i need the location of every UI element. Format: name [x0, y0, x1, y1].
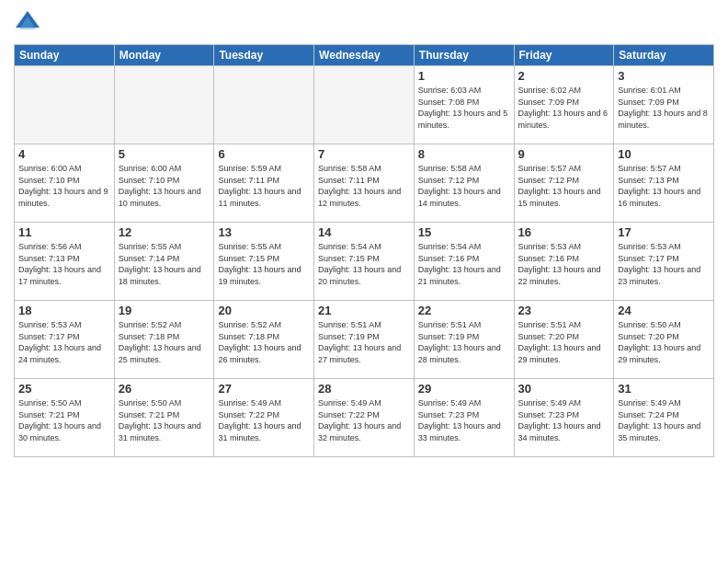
calendar-week-row: 11Sunrise: 5:56 AM Sunset: 7:13 PM Dayli… [15, 223, 714, 301]
day-info: Sunrise: 5:57 AM Sunset: 7:13 PM Dayligh… [618, 163, 710, 209]
calendar-table: SundayMondayTuesdayWednesdayThursdayFrid… [14, 44, 714, 457]
weekday-header: Saturday [614, 45, 714, 66]
calendar-cell: 9Sunrise: 5:57 AM Sunset: 7:12 PM Daylig… [514, 144, 614, 223]
calendar-cell [214, 66, 314, 144]
day-info: Sunrise: 5:55 AM Sunset: 7:15 PM Dayligh… [218, 241, 310, 287]
day-info: Sunrise: 5:54 AM Sunset: 7:15 PM Dayligh… [318, 241, 410, 287]
day-number: 31 [618, 382, 710, 396]
day-number: 9 [518, 147, 610, 161]
day-info: Sunrise: 5:49 AM Sunset: 7:23 PM Dayligh… [418, 397, 510, 443]
day-number: 14 [318, 225, 410, 239]
calendar-cell: 17Sunrise: 5:53 AM Sunset: 7:17 PM Dayli… [614, 223, 714, 301]
day-number: 20 [218, 304, 310, 317]
calendar-cell: 29Sunrise: 5:49 AM Sunset: 7:23 PM Dayli… [414, 379, 514, 457]
weekday-header: Sunday [15, 45, 115, 66]
logo [14, 9, 45, 37]
day-info: Sunrise: 5:57 AM Sunset: 7:12 PM Dayligh… [518, 163, 610, 209]
calendar-cell: 25Sunrise: 5:50 AM Sunset: 7:21 PM Dayli… [15, 379, 115, 457]
calendar-cell: 16Sunrise: 5:53 AM Sunset: 7:16 PM Dayli… [514, 223, 614, 301]
day-number: 30 [518, 382, 610, 396]
day-info: Sunrise: 5:49 AM Sunset: 7:24 PM Dayligh… [618, 397, 710, 443]
day-info: Sunrise: 5:53 AM Sunset: 7:16 PM Dayligh… [518, 241, 610, 287]
calendar-cell [15, 66, 115, 144]
day-number: 29 [418, 382, 510, 396]
day-number: 2 [518, 69, 610, 83]
day-info: Sunrise: 5:50 AM Sunset: 7:20 PM Dayligh… [618, 319, 710, 365]
day-info: Sunrise: 5:51 AM Sunset: 7:20 PM Dayligh… [518, 319, 610, 365]
day-info: Sunrise: 5:53 AM Sunset: 7:17 PM Dayligh… [18, 319, 110, 365]
calendar-cell: 10Sunrise: 5:57 AM Sunset: 7:13 PM Dayli… [614, 144, 714, 223]
day-number: 10 [618, 147, 710, 161]
day-info: Sunrise: 5:50 AM Sunset: 7:21 PM Dayligh… [119, 397, 210, 443]
calendar-cell: 31Sunrise: 5:49 AM Sunset: 7:24 PM Dayli… [614, 379, 714, 457]
day-info: Sunrise: 6:00 AM Sunset: 7:10 PM Dayligh… [18, 163, 110, 209]
day-info: Sunrise: 5:49 AM Sunset: 7:22 PM Dayligh… [318, 397, 410, 443]
day-number: 28 [318, 382, 410, 396]
day-number: 11 [18, 225, 110, 239]
day-number: 5 [119, 147, 210, 161]
calendar-cell: 13Sunrise: 5:55 AM Sunset: 7:15 PM Dayli… [214, 223, 314, 301]
calendar-cell: 7Sunrise: 5:58 AM Sunset: 7:11 PM Daylig… [314, 144, 415, 223]
day-number: 15 [418, 225, 510, 239]
day-info: Sunrise: 5:49 AM Sunset: 7:22 PM Dayligh… [218, 397, 310, 443]
calendar-cell: 22Sunrise: 5:51 AM Sunset: 7:19 PM Dayli… [414, 301, 514, 379]
calendar-week-row: 25Sunrise: 5:50 AM Sunset: 7:21 PM Dayli… [15, 379, 714, 457]
day-info: Sunrise: 6:03 AM Sunset: 7:08 PM Dayligh… [418, 85, 510, 131]
day-number: 24 [618, 304, 710, 317]
calendar-cell: 2Sunrise: 6:02 AM Sunset: 7:09 PM Daylig… [514, 66, 614, 144]
weekday-header: Tuesday [214, 45, 314, 66]
calendar-cell: 3Sunrise: 6:01 AM Sunset: 7:09 PM Daylig… [614, 66, 714, 144]
day-info: Sunrise: 6:00 AM Sunset: 7:10 PM Dayligh… [119, 163, 210, 209]
calendar-cell: 15Sunrise: 5:54 AM Sunset: 7:16 PM Dayli… [414, 223, 514, 301]
calendar-cell: 11Sunrise: 5:56 AM Sunset: 7:13 PM Dayli… [15, 223, 115, 301]
day-info: Sunrise: 5:55 AM Sunset: 7:14 PM Dayligh… [119, 241, 210, 287]
day-info: Sunrise: 5:56 AM Sunset: 7:13 PM Dayligh… [18, 241, 110, 287]
day-info: Sunrise: 5:58 AM Sunset: 7:12 PM Dayligh… [418, 163, 510, 209]
day-number: 16 [518, 225, 610, 239]
day-number: 27 [218, 382, 310, 396]
calendar-cell: 6Sunrise: 5:59 AM Sunset: 7:11 PM Daylig… [214, 144, 314, 223]
weekday-header: Monday [114, 45, 214, 66]
calendar-cell: 20Sunrise: 5:52 AM Sunset: 7:18 PM Dayli… [214, 301, 314, 379]
day-number: 19 [119, 304, 210, 317]
day-info: Sunrise: 5:52 AM Sunset: 7:18 PM Dayligh… [119, 319, 210, 365]
calendar-cell: 5Sunrise: 6:00 AM Sunset: 7:10 PM Daylig… [114, 144, 214, 223]
calendar-cell: 4Sunrise: 6:00 AM Sunset: 7:10 PM Daylig… [15, 144, 115, 223]
calendar-cell: 21Sunrise: 5:51 AM Sunset: 7:19 PM Dayli… [314, 301, 415, 379]
calendar-cell: 23Sunrise: 5:51 AM Sunset: 7:20 PM Dayli… [514, 301, 614, 379]
day-number: 18 [18, 304, 110, 317]
calendar-cell [114, 66, 214, 144]
calendar-cell: 19Sunrise: 5:52 AM Sunset: 7:18 PM Dayli… [114, 301, 214, 379]
day-number: 21 [318, 304, 410, 317]
calendar-cell: 27Sunrise: 5:49 AM Sunset: 7:22 PM Dayli… [214, 379, 314, 457]
calendar-header-row: SundayMondayTuesdayWednesdayThursdayFrid… [15, 45, 714, 66]
day-number: 4 [18, 147, 110, 161]
calendar-cell: 28Sunrise: 5:49 AM Sunset: 7:22 PM Dayli… [314, 379, 415, 457]
day-info: Sunrise: 5:51 AM Sunset: 7:19 PM Dayligh… [318, 319, 410, 365]
day-number: 23 [518, 304, 610, 317]
weekday-header: Wednesday [314, 45, 415, 66]
day-number: 22 [418, 304, 510, 317]
logo-icon [14, 9, 41, 37]
day-number: 26 [119, 382, 210, 396]
page: SundayMondayTuesdayWednesdayThursdayFrid… [0, 0, 728, 563]
calendar-cell: 12Sunrise: 5:55 AM Sunset: 7:14 PM Dayli… [114, 223, 214, 301]
day-info: Sunrise: 5:58 AM Sunset: 7:11 PM Dayligh… [318, 163, 410, 209]
day-number: 3 [618, 69, 710, 83]
day-info: Sunrise: 5:53 AM Sunset: 7:17 PM Dayligh… [618, 241, 710, 287]
day-number: 12 [119, 225, 210, 239]
day-number: 13 [218, 225, 310, 239]
day-number: 1 [418, 69, 510, 83]
day-info: Sunrise: 6:01 AM Sunset: 7:09 PM Dayligh… [618, 85, 710, 131]
calendar-cell [314, 66, 415, 144]
day-info: Sunrise: 5:52 AM Sunset: 7:18 PM Dayligh… [218, 319, 310, 365]
day-number: 17 [618, 225, 710, 239]
calendar-cell: 8Sunrise: 5:58 AM Sunset: 7:12 PM Daylig… [414, 144, 514, 223]
day-info: Sunrise: 5:50 AM Sunset: 7:21 PM Dayligh… [18, 397, 110, 443]
calendar-week-row: 18Sunrise: 5:53 AM Sunset: 7:17 PM Dayli… [15, 301, 714, 379]
calendar-week-row: 1Sunrise: 6:03 AM Sunset: 7:08 PM Daylig… [15, 66, 714, 144]
day-info: Sunrise: 5:51 AM Sunset: 7:19 PM Dayligh… [418, 319, 510, 365]
calendar-cell: 14Sunrise: 5:54 AM Sunset: 7:15 PM Dayli… [314, 223, 415, 301]
calendar-cell: 26Sunrise: 5:50 AM Sunset: 7:21 PM Dayli… [114, 379, 214, 457]
day-number: 7 [318, 147, 410, 161]
